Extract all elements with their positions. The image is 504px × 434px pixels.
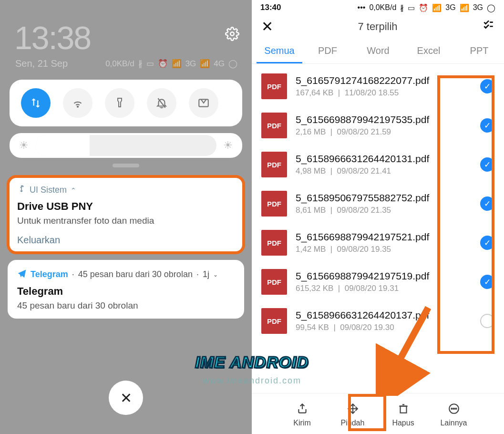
notification-title: Telegram bbox=[17, 285, 235, 298]
delete-button[interactable]: Hapus bbox=[386, 403, 421, 427]
telegram-notification[interactable]: Telegram · 45 pesan baru dari 30 obrolan… bbox=[8, 260, 244, 319]
usb-notification[interactable]: UI Sistem ⌃ Drive USB PNY Untuk mentrans… bbox=[8, 176, 244, 253]
tab-all[interactable]: Semua bbox=[257, 40, 302, 63]
more-button[interactable]: Lainnya bbox=[437, 403, 471, 427]
svg-rect-4 bbox=[400, 406, 406, 413]
file-name: 5_6156698879942197521.pdf bbox=[296, 231, 472, 243]
bluetooth-icon: ∦ bbox=[138, 59, 143, 69]
usb-icon bbox=[17, 185, 26, 196]
signal-icon: 📶 bbox=[200, 59, 210, 69]
app-name: UI Sistem bbox=[30, 185, 67, 195]
brightness-slider[interactable]: ☀ ☀ bbox=[10, 133, 242, 158]
panel-handle[interactable] bbox=[113, 164, 139, 167]
file-meta: 8,61 MB | 09/08/20 21.35 bbox=[296, 206, 472, 215]
move-button[interactable]: Pindah bbox=[336, 403, 370, 427]
quick-settings-panel bbox=[10, 80, 242, 126]
file-meta: 4,98 MB | 09/08/20 21.41 bbox=[296, 166, 472, 176]
dnd-toggle[interactable] bbox=[147, 88, 176, 118]
signal-icon: 📶 bbox=[432, 3, 442, 12]
notification-title: Drive USB PNY bbox=[17, 200, 235, 213]
selection-checkbox[interactable]: ✓ bbox=[480, 79, 494, 93]
selection-checkbox[interactable]: ✓ bbox=[480, 118, 494, 133]
file-row[interactable]: PDF5_6158966631264420131.pdf4,98 MB | 09… bbox=[252, 145, 504, 184]
svg-point-7 bbox=[453, 408, 454, 409]
telegram-icon bbox=[17, 269, 27, 280]
alarm-icon: ⏰ bbox=[419, 3, 428, 12]
selection-checkbox[interactable]: ✓ bbox=[480, 236, 494, 250]
bluetooth-icon: ∦ bbox=[400, 3, 404, 12]
settings-icon[interactable] bbox=[225, 27, 239, 45]
brightness-high-icon: ☀ bbox=[223, 139, 233, 152]
selection-checkbox[interactable]: ✓ bbox=[480, 157, 494, 172]
button-label: Kirim bbox=[293, 419, 310, 427]
more-icon bbox=[448, 403, 460, 417]
selection-count: 7 terpilih bbox=[358, 21, 397, 33]
file-row[interactable]: PDF5_6158966631264420137.pdf99,54 KB | 0… bbox=[252, 301, 504, 341]
screenshot-toggle[interactable] bbox=[189, 88, 218, 118]
pdf-icon: PDF bbox=[261, 269, 287, 295]
flashlight-toggle[interactable] bbox=[105, 88, 134, 118]
status-bar: 13:40 ••• 0,0KB/d ∦ ▭ ⏰ 📶 3G 📶 3G ◯ bbox=[252, 0, 504, 15]
tab-pdf[interactable]: PDF bbox=[302, 40, 353, 63]
battery-icon: ◯ bbox=[487, 3, 495, 12]
file-name: 5_6165791274168222077.pdf bbox=[296, 75, 472, 86]
alarm-icon: ⏰ bbox=[158, 59, 168, 69]
watermark-url: www.imeandroid.com bbox=[203, 376, 301, 386]
close-selection-button[interactable]: ✕ bbox=[261, 18, 273, 35]
file-meta: 99,54 KB | 09/08/20 19.30 bbox=[296, 323, 472, 332]
trash-icon bbox=[397, 403, 410, 417]
button-label: Pindah bbox=[341, 419, 365, 427]
signal-icon: 📶 bbox=[172, 59, 182, 69]
file-row[interactable]: PDF5_6156698879942197519.pdf615,32 KB | … bbox=[252, 262, 504, 301]
button-label: Lainnya bbox=[440, 419, 467, 427]
eject-action[interactable]: Keluarkan bbox=[17, 235, 235, 246]
selection-checkbox[interactable] bbox=[480, 314, 494, 328]
svg-point-0 bbox=[230, 32, 234, 36]
clear-all-button[interactable]: ✕ bbox=[109, 381, 143, 415]
svg-point-8 bbox=[455, 408, 456, 409]
move-icon bbox=[347, 403, 359, 417]
selection-checkbox[interactable]: ✓ bbox=[480, 196, 494, 211]
pdf-icon: PDF bbox=[261, 191, 287, 217]
mobile-data-toggle[interactable] bbox=[21, 88, 51, 118]
pdf-icon: PDF bbox=[261, 73, 287, 99]
tab-ppt[interactable]: PPT bbox=[454, 40, 504, 63]
send-button[interactable]: Kirim bbox=[285, 403, 319, 427]
file-row[interactable]: PDF5_6156698879942197535.pdf2,16 MB | 09… bbox=[252, 106, 504, 145]
tab-word[interactable]: Word bbox=[353, 40, 403, 63]
file-row[interactable]: PDF5_6158950679755882752.pdf8,61 MB | 09… bbox=[252, 184, 504, 223]
chevron-down-icon[interactable]: ⌄ bbox=[213, 271, 218, 278]
share-icon bbox=[296, 403, 309, 417]
file-row[interactable]: PDF5_6165791274168222077.pdf167,64 KB | … bbox=[252, 67, 504, 106]
app-bar: ✕ 7 terpilih bbox=[252, 15, 504, 40]
file-meta: 615,32 KB | 09/08/20 19.31 bbox=[296, 284, 472, 293]
pdf-icon: PDF bbox=[261, 152, 287, 177]
file-name: 5_6158966631264420131.pdf bbox=[296, 153, 472, 165]
pdf-icon: PDF bbox=[261, 308, 287, 334]
file-name: 5_6156698879942197519.pdf bbox=[296, 270, 472, 282]
file-row[interactable]: PDF5_6156698879942197521.pdf1,42 MB | 09… bbox=[252, 223, 504, 262]
watermark-brand: IME ANDROID bbox=[195, 353, 309, 372]
clock-text: 13:38 bbox=[0, 0, 252, 56]
file-name: 5_6158966631264420137.pdf bbox=[296, 310, 472, 321]
svg-point-6 bbox=[451, 408, 452, 409]
chevron-up-icon[interactable]: ⌃ bbox=[71, 186, 76, 194]
file-name: 5_6156698879942197535.pdf bbox=[296, 114, 472, 125]
status-indicators: 0,0KB/d ∦ ▭ ⏰ 📶 3G 📶 4G ◯ bbox=[105, 59, 237, 69]
app-name: Telegram bbox=[31, 269, 68, 279]
wifi-toggle[interactable] bbox=[63, 88, 93, 118]
file-meta: 167,64 KB | 11/08/20 18.55 bbox=[296, 88, 472, 98]
button-label: Hapus bbox=[392, 419, 414, 427]
bottom-action-bar: Kirim Pindah Hapus Lainnya bbox=[252, 393, 504, 434]
tab-excel[interactable]: Excel bbox=[403, 40, 454, 63]
svg-point-1 bbox=[77, 106, 78, 107]
selection-checkbox[interactable]: ✓ bbox=[480, 275, 494, 289]
notification-summary: 45 pesan baru dari 30 obrolan bbox=[78, 269, 193, 279]
file-list: PDF5_6165791274168222077.pdf167,64 KB | … bbox=[252, 64, 504, 383]
battery-icon: ◯ bbox=[228, 59, 237, 69]
brightness-low-icon: ☀ bbox=[19, 139, 29, 152]
notification-body: Untuk mentransfer foto dan media bbox=[17, 216, 235, 226]
pdf-icon: PDF bbox=[261, 113, 287, 138]
pdf-icon: PDF bbox=[261, 230, 287, 256]
select-all-icon[interactable] bbox=[482, 19, 494, 34]
